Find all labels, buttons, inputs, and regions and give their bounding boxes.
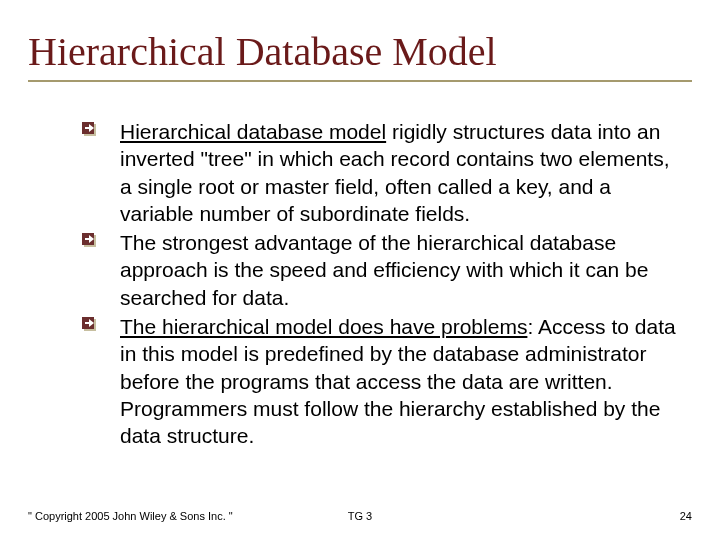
list-item: The hierarchical model does have problem…: [82, 313, 680, 449]
list-item: The strongest advantage of the hierarchi…: [82, 229, 680, 311]
footer-copyright: " Copyright 2005 John Wiley & Sons Inc. …: [28, 510, 233, 522]
footer-section: TG 3: [348, 510, 372, 522]
slide: Hierarchical Database Model Hierarchical…: [0, 0, 720, 540]
footer-page-number: 24: [680, 510, 692, 522]
list-item: Hierarchical database model rigidly stru…: [82, 118, 680, 227]
bullet-list: Hierarchical database model rigidly stru…: [82, 118, 680, 452]
bullet-lead: The hierarchical model does have problem…: [120, 315, 527, 338]
bullet-text: The strongest advantage of the hierarchi…: [120, 231, 648, 309]
slide-title: Hierarchical Database Model: [28, 28, 497, 75]
bullet-lead: Hierarchical database model: [120, 120, 386, 143]
title-underline: [28, 80, 692, 82]
arrow-bullet-icon: [82, 122, 98, 138]
arrow-bullet-icon: [82, 317, 98, 333]
arrow-bullet-icon: [82, 233, 98, 249]
